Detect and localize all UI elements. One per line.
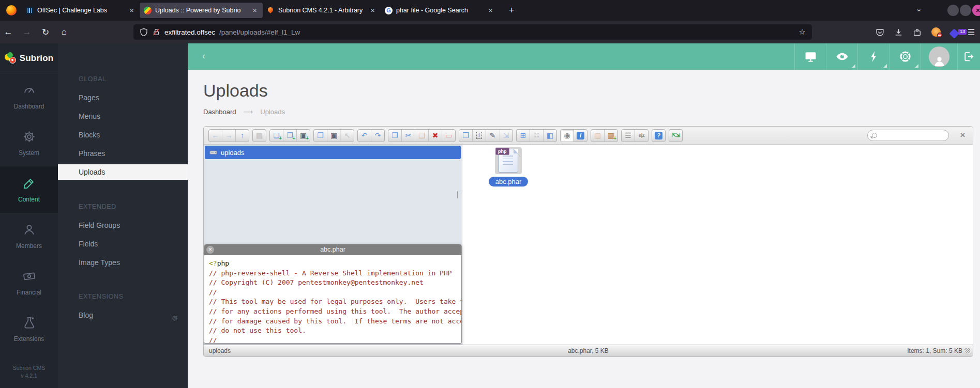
sidebar-item-system[interactable]: System: [0, 120, 58, 166]
info-button[interactable]: i: [574, 130, 587, 142]
submenu-item-blocks[interactable]: Blocks: [58, 127, 188, 143]
submenu-item-pages[interactable]: Pages: [58, 90, 188, 105]
sign-out-button[interactable]: [957, 43, 980, 70]
file-list-area[interactable]: php abc.phar: [462, 145, 973, 346]
archive-button[interactable]: ▥: [591, 130, 604, 142]
search-input[interactable]: [880, 131, 944, 139]
sidebar-item-content[interactable]: Content: [0, 166, 58, 213]
shield-icon[interactable]: [140, 28, 148, 36]
addon-icon[interactable]: 13: [949, 28, 959, 39]
tab-title: Uploads :: Powered by Subrio: [155, 7, 248, 14]
forward-button[interactable]: →: [222, 130, 235, 142]
sort-button[interactable]: a|z: [635, 130, 648, 142]
bookmark-star-icon[interactable]: ☆: [799, 27, 806, 37]
submenu-item-phrases[interactable]: Phrases: [58, 146, 188, 161]
quicklook-close-icon[interactable]: ✕: [206, 246, 214, 254]
save-button[interactable]: ▣: [327, 130, 340, 142]
tab-close-icon[interactable]: ✕: [128, 7, 135, 14]
remove-button[interactable]: ▭: [442, 130, 455, 142]
window-close-button[interactable]: ✕: [972, 5, 980, 16]
pointer-button[interactable]: ↖: [340, 130, 354, 142]
resize-grip[interactable]: [964, 348, 970, 353]
browser-tab[interactable]: OffSec | Challenge Labs✕: [22, 3, 140, 18]
new-folder-button[interactable]: ❏+: [270, 130, 283, 142]
search-box[interactable]: [867, 130, 949, 141]
close-icon[interactable]: ✕: [960, 131, 966, 139]
lock-slash-icon[interactable]: [152, 28, 160, 36]
browser-tab[interactable]: phar file - Google Search✕: [381, 3, 499, 18]
browser-tab[interactable]: Uploads :: Powered by Subrio✕: [140, 3, 263, 18]
paste-button[interactable]: ❑: [415, 130, 428, 142]
file-item[interactable]: php abc.phar: [477, 147, 540, 187]
sidebar-item-extensions[interactable]: Extensions: [0, 306, 58, 352]
privacy-badger-icon[interactable]: [931, 27, 941, 37]
home-icon[interactable]: ⌂: [59, 27, 69, 37]
view-list-button[interactable]: ◧: [543, 130, 556, 142]
submenu-item-image-types[interactable]: Image Types: [58, 255, 188, 270]
gear-icon[interactable]: [171, 312, 178, 327]
tree-item-uploads[interactable]: uploads: [205, 146, 461, 159]
collapse-sidebar-icon[interactable]: ‹: [202, 51, 205, 61]
quicklook-titlebar[interactable]: ✕ abc.phar: [204, 244, 461, 255]
view-icons-button[interactable]: ∷: [530, 130, 543, 142]
back-icon[interactable]: ←: [4, 27, 13, 37]
sidebar-item-dashboard[interactable]: Dashboard: [0, 73, 58, 120]
app-logo[interactable]: Subrion: [0, 43, 58, 73]
submenu-item-fields[interactable]: Fields: [58, 236, 188, 252]
new-tab-button[interactable]: +: [506, 5, 518, 16]
view-icons-icon: ∷: [534, 132, 539, 139]
submenu-item-menus[interactable]: Menus: [58, 108, 188, 124]
redo-button[interactable]: ↷: [371, 130, 384, 142]
back-button[interactable]: ←: [209, 130, 222, 142]
properties-button[interactable]: ☰: [622, 130, 635, 142]
status-items-sum: Items: 1, Sum: 5 KB: [907, 347, 962, 354]
tab-close-icon[interactable]: ✕: [487, 7, 494, 14]
submenu-item-blog[interactable]: Blog: [58, 307, 188, 323]
url-bar[interactable]: exfiltrated.offsec/panel/uploads/#elf_l1…: [133, 24, 812, 40]
window-minimize-button[interactable]: [947, 5, 959, 16]
netmount-button[interactable]: ▤: [253, 130, 266, 142]
window-maximize-button[interactable]: [960, 5, 971, 16]
extract-button[interactable]: ▥+: [604, 130, 617, 142]
browser-tab[interactable]: Subrion CMS 4.2.1 - Arbitrary✕: [263, 3, 381, 18]
new-file-button[interactable]: ❐+: [283, 130, 296, 142]
submenu-item-uploads[interactable]: Uploads: [58, 164, 188, 180]
tab-close-icon[interactable]: ✕: [369, 7, 376, 14]
open-button[interactable]: ❐: [314, 130, 327, 142]
extensions-puzzle-icon[interactable]: [913, 28, 922, 37]
upload-button[interactable]: ▣+: [296, 130, 310, 142]
pocket-icon[interactable]: [876, 28, 884, 37]
pane-resize-handle[interactable]: [457, 191, 460, 198]
fullscreen-button[interactable]: ⇱⇲: [669, 130, 682, 142]
breadcrumb-dashboard[interactable]: Dashboard: [203, 108, 236, 116]
help-button[interactable]: ?: [652, 130, 665, 142]
sidebar-item-members[interactable]: Members: [0, 213, 58, 259]
copy-button[interactable]: ❐: [388, 130, 401, 142]
reload-icon[interactable]: ↻: [41, 27, 50, 38]
tab-overflow-chevron-icon[interactable]: ⌄: [915, 4, 922, 13]
download-icon[interactable]: [894, 28, 903, 37]
firefox-icon[interactable]: [6, 5, 17, 15]
resize-button[interactable]: ⇲: [499, 130, 512, 142]
account-menu-button[interactable]: [921, 43, 957, 70]
submenu-item-label: Fields: [79, 240, 98, 248]
quick-actions-button[interactable]: [857, 43, 889, 70]
preview-button[interactable]: ◉: [561, 130, 574, 142]
select-button[interactable]: I: [472, 130, 486, 142]
sidebar-item-financial[interactable]: Financial: [0, 259, 58, 306]
cut-button[interactable]: ✂: [401, 130, 415, 142]
view-grid-button[interactable]: ⊞: [517, 130, 530, 142]
help-menu-button[interactable]: [889, 43, 921, 70]
up-button[interactable]: ↑: [235, 130, 249, 142]
view-site-button[interactable]: [794, 43, 826, 70]
preview-menu-button[interactable]: [826, 43, 857, 70]
edit-button[interactable]: ✎: [486, 130, 499, 142]
forward-icon[interactable]: →: [22, 27, 32, 37]
undo-button[interactable]: ↶: [358, 130, 371, 142]
duplicate-button[interactable]: ❒: [459, 130, 472, 142]
submenu-item-field-groups[interactable]: Field Groups: [58, 218, 188, 233]
delete-button[interactable]: ✖: [428, 130, 442, 142]
search-icon: [872, 133, 877, 138]
menu-hamburger-icon[interactable]: ☰: [968, 27, 975, 37]
tab-close-icon[interactable]: ✕: [251, 7, 259, 14]
